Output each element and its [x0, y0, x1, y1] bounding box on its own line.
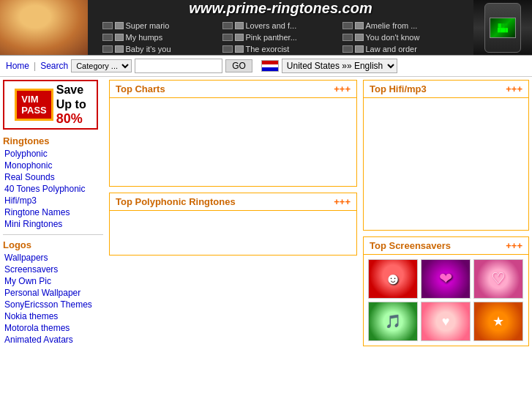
save-line2: Up to [56, 97, 86, 111]
ringtones-section-title: Ringtones [3, 135, 103, 146]
list-item: Mini Ringtones [4, 218, 103, 230]
sound-icon [355, 34, 364, 41]
screensaver-thumb-2[interactable]: ❤ [421, 259, 471, 299]
banner-icon [102, 45, 113, 53]
polyphonic-link[interactable]: Polyphonic [4, 148, 103, 160]
top-charts-more-link[interactable]: +++ [334, 83, 351, 94]
list-item: Real Sounds [4, 171, 103, 183]
category-dropdown[interactable]: Category ... [71, 59, 132, 72]
top-polyphonic-content [110, 211, 356, 255]
banner-icon [102, 34, 113, 41]
top-hifi-more-link[interactable]: +++ [506, 83, 522, 94]
phone-screen: ▓▒░ ████ [490, 18, 516, 38]
sidebar-divider [3, 234, 103, 235]
top-screensavers-header: Top Screensavers +++ [364, 237, 528, 255]
sound-icon [355, 45, 364, 53]
search-input[interactable] [135, 59, 222, 73]
screensaver-thumb-3[interactable]: ♡ [473, 259, 523, 299]
motorola-themes-link[interactable]: Motorola themes [4, 322, 103, 334]
personal-wallpaper-link[interactable]: Personal Wallpaper [4, 287, 103, 299]
home-link[interactable]: Home [6, 61, 29, 71]
center-content: Top Charts +++ Top Polyphonic Ringtones … [106, 77, 360, 355]
main-content: VIMPASS Save Up to 80% Ringtones Polypho… [0, 77, 532, 355]
hifi-mp3-link[interactable]: Hifi/mp3 [4, 195, 103, 206]
list-item: Wallpapers [4, 252, 103, 264]
top-hifi-box: Top Hifi/mp3 +++ [363, 80, 529, 231]
promo-box[interactable]: VIMPASS Save Up to 80% [3, 80, 98, 130]
40-tones-link[interactable]: 40 Tones Polyphonic [4, 183, 103, 195]
banner-links: Super marioLovers and f...Amelie from ..… [102, 20, 460, 55]
banner-link-label: You don't know [366, 33, 420, 42]
sound-icon [115, 45, 124, 53]
banner-icon [102, 22, 113, 29]
top-hifi-header: Top Hifi/mp3 +++ [364, 81, 528, 98]
banner-link-item[interactable]: You don't know [342, 31, 460, 43]
save-percent: 80% [56, 111, 86, 127]
search-link[interactable]: Search [40, 61, 68, 71]
wallpapers-link[interactable]: Wallpapers [4, 252, 103, 264]
list-item: Animated Avatars [4, 334, 103, 346]
banner-link-label: Law and order [366, 45, 417, 53]
top-charts-box: Top Charts +++ [109, 80, 357, 187]
screensavers-link[interactable]: Screensavers [4, 264, 103, 275]
banner-link-item[interactable]: My humps [102, 31, 220, 43]
go-button[interactable]: GO [225, 59, 252, 72]
banner-icon [342, 34, 353, 41]
logos-section-title: Logos [3, 239, 103, 250]
sound-icon [355, 22, 364, 29]
list-item: Polyphonic [4, 148, 103, 160]
sidebar: VIMPASS Save Up to 80% Ringtones Polypho… [0, 77, 106, 355]
screensaver-thumb-1[interactable]: ☻ [368, 259, 418, 299]
banner-icon [342, 45, 353, 53]
top-polyphonic-box: Top Polyphonic Ringtones +++ [109, 193, 357, 256]
real-sounds-link[interactable]: Real Sounds [4, 171, 103, 183]
banner-link-label: The exorcist [246, 45, 290, 53]
banner-link-item[interactable]: Law and order [342, 43, 460, 55]
banner-link-item[interactable]: Pink panther... [222, 31, 340, 43]
mini-ringtones-link[interactable]: Mini Ringtones [4, 218, 103, 230]
list-item: Monophonic [4, 160, 103, 171]
banner-link-item[interactable]: The exorcist [222, 43, 340, 55]
list-item: Ringtone Names [4, 206, 103, 218]
banner: www.prime-ringtones.com Super marioLover… [0, 0, 532, 56]
sound-icon [115, 34, 124, 41]
ringtone-names-link[interactable]: Ringtone Names [4, 206, 103, 218]
banner-link-label: Baby it's you [126, 45, 171, 53]
save-line1: Save [56, 83, 86, 97]
list-item: Personal Wallpaper [4, 287, 103, 299]
banner-icon [222, 34, 233, 41]
logos-list: Wallpapers Screensavers My Own Pic Perso… [3, 252, 103, 346]
animated-avatars-link[interactable]: Animated Avatars [4, 334, 103, 346]
navbar: Home | Search Category ... GO United Sta… [0, 56, 532, 77]
monophonic-link[interactable]: Monophonic [4, 160, 103, 171]
banner-center: www.prime-ringtones.com Super marioLover… [88, 0, 473, 56]
banner-link-item[interactable]: Baby it's you [102, 43, 220, 55]
top-charts-content [110, 98, 356, 186]
screensaver-thumb-4[interactable]: 🎵 [368, 302, 418, 341]
list-item: Screensavers [4, 264, 103, 275]
list-item: 40 Tones Polyphonic [4, 183, 103, 195]
banner-link-label: Amelie from ... [366, 21, 418, 30]
screensaver-thumb-5[interactable]: ♥ [421, 302, 471, 341]
list-item: My Own Pic [4, 275, 103, 287]
sound-icon [115, 22, 124, 29]
top-screensavers-more-link[interactable]: +++ [506, 240, 522, 251]
screensaver-thumb-6[interactable]: ★ [473, 302, 523, 341]
banner-title: www.prime-ringtones.com [189, 0, 372, 17]
language-dropdown[interactable]: United States »» English [282, 59, 397, 73]
banner-link-item[interactable]: Amelie from ... [342, 20, 460, 31]
top-polyphonic-more-link[interactable]: +++ [334, 196, 351, 207]
sound-icon [235, 45, 244, 53]
sound-icon [235, 22, 244, 29]
my-own-pic-link[interactable]: My Own Pic [4, 275, 103, 287]
logos-section: Logos Wallpapers Screensavers My Own Pic… [3, 239, 103, 346]
banner-link-item[interactable]: Super mario [102, 20, 220, 31]
banner-phone: ▓▒░ ████ [473, 0, 532, 56]
banner-link-item[interactable]: Lovers and f... [222, 20, 340, 31]
sonyericsson-link[interactable]: SonyEricsson Themes [4, 299, 103, 310]
screensaver-thumbnail-grid: ☻ ❤ ♡ 🎵 ♥ ★ [368, 259, 524, 341]
us-flag-icon [261, 60, 279, 72]
top-charts-header: Top Charts +++ [110, 81, 356, 98]
nokia-themes-link[interactable]: Nokia themes [4, 310, 103, 322]
banner-link-label: My humps [126, 33, 163, 42]
